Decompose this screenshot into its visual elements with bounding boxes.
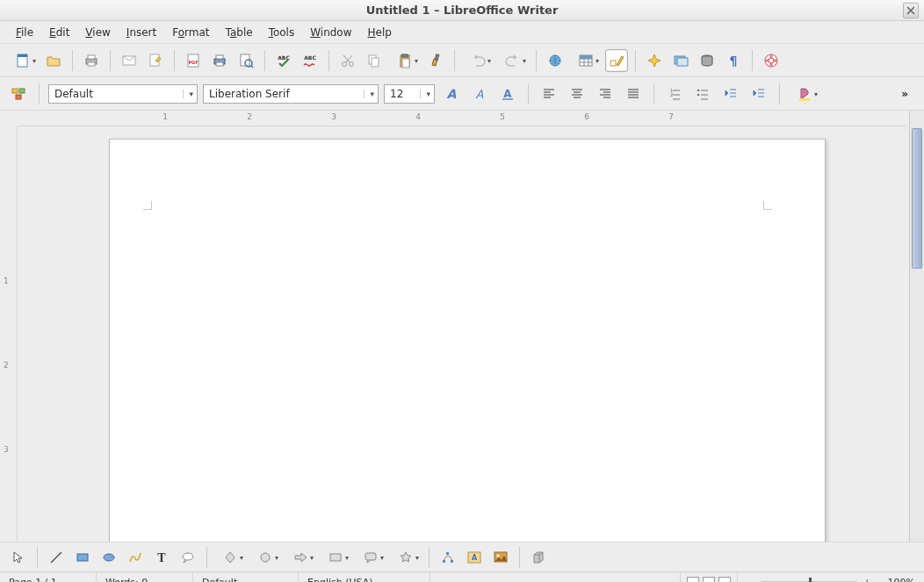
menu-edit[interactable]: Edit — [42, 23, 76, 42]
svg-text:A: A — [503, 88, 512, 100]
multi-page-view-button[interactable] — [703, 577, 715, 583]
print-button[interactable] — [80, 49, 103, 72]
status-page-style[interactable]: Default — [193, 572, 299, 582]
select-tool-button[interactable] — [7, 546, 30, 569]
extrusion-button[interactable] — [527, 546, 550, 569]
svg-rect-3 — [88, 55, 95, 59]
fontwork-button[interactable]: A — [463, 546, 486, 569]
navigator-button[interactable] — [643, 49, 666, 72]
book-view-button[interactable] — [718, 577, 731, 583]
ruler-mark: 5 — [500, 112, 505, 121]
zoom-in-button[interactable]: + — [863, 576, 872, 582]
freeform-line-button[interactable] — [124, 546, 147, 569]
block-arrows-button[interactable]: ▾ — [285, 546, 316, 569]
svg-rect-26 — [580, 55, 592, 59]
auto-spellcheck-button[interactable]: ABC — [299, 49, 321, 72]
show-draw-functions-button[interactable] — [605, 49, 628, 72]
gallery-button[interactable] — [669, 49, 692, 72]
status-language[interactable]: English (USA) — [299, 572, 430, 582]
vertical-ruler[interactable]: 1 2 3 — [0, 126, 18, 542]
vertical-scrollbar[interactable] — [909, 111, 924, 542]
paragraph-style-combo[interactable]: Default ▾ — [48, 84, 198, 104]
horizontal-ruler[interactable]: 1 2 3 4 5 6 7 — [18, 111, 906, 126]
redo-button[interactable]: ▾ — [497, 49, 529, 72]
align-left-button[interactable] — [538, 83, 560, 105]
svg-rect-29 — [677, 58, 688, 66]
symbol-shapes-button[interactable]: ▾ — [249, 546, 281, 569]
open-folder-icon — [46, 53, 61, 68]
scrollbar-thumb[interactable] — [912, 128, 922, 269]
menu-tools[interactable]: Tools — [262, 23, 302, 42]
menu-file[interactable]: File — [9, 23, 40, 42]
open-button[interactable] — [42, 49, 65, 72]
status-page[interactable]: Page 1 / 1 — [0, 572, 97, 582]
align-right-button[interactable] — [594, 83, 617, 105]
points-button[interactable] — [437, 546, 459, 569]
spellcheck-button[interactable]: ABC — [272, 49, 295, 72]
ruler-mark: 7 — [668, 112, 674, 121]
edit-points-icon — [440, 550, 456, 565]
help-button[interactable] — [760, 49, 783, 72]
nonprinting-chars-button[interactable]: ¶ — [722, 49, 745, 72]
align-justify-button[interactable] — [622, 83, 645, 105]
bold-button[interactable]: A — [440, 83, 463, 105]
paste-button[interactable]: ▾ — [389, 49, 421, 72]
rectangle-tool-button[interactable] — [71, 546, 94, 569]
window-close-button[interactable] — [903, 3, 919, 18]
toolbar-overflow-button[interactable]: » — [892, 84, 917, 104]
numbered-list-button[interactable]: 12 — [663, 83, 686, 105]
highlight-color-button[interactable]: ▾ — [789, 83, 820, 105]
print-preview-button[interactable] — [235, 49, 257, 72]
star-shapes-button[interactable]: ▾ — [390, 546, 422, 569]
document-page[interactable] — [109, 139, 826, 542]
zoom-percent[interactable]: 100% — [879, 572, 924, 582]
text-icon: T — [154, 550, 170, 565]
new-button[interactable]: ▾ — [7, 49, 39, 72]
email-button[interactable] — [118, 49, 141, 72]
insert-table-button[interactable]: ▾ — [570, 49, 602, 72]
menu-table[interactable]: Table — [219, 23, 260, 42]
menu-help[interactable]: Help — [361, 23, 399, 42]
clone-formatting-button[interactable] — [424, 49, 447, 72]
menu-format[interactable]: Format — [165, 23, 216, 42]
menu-window[interactable]: Window — [303, 23, 358, 42]
separator — [328, 50, 329, 71]
callout-button[interactable] — [177, 546, 199, 569]
document-area[interactable] — [18, 126, 909, 542]
status-words[interactable]: Words: 0 — [97, 572, 193, 582]
align-right-icon — [597, 86, 613, 102]
line-tool-button[interactable] — [45, 546, 68, 569]
bullet-list-button[interactable] — [691, 83, 714, 105]
font-name-combo[interactable]: Liberation Serif ▾ — [203, 84, 379, 104]
text-box-button[interactable]: T — [150, 546, 173, 569]
italic-button[interactable]: A — [468, 83, 491, 105]
single-page-view-button[interactable] — [687, 577, 699, 583]
from-file-button[interactable] — [489, 546, 512, 569]
svg-rect-36 — [16, 95, 21, 99]
font-name-value: Liberation Serif — [209, 88, 290, 100]
cut-button[interactable] — [336, 49, 359, 72]
hyperlink-button[interactable] — [544, 49, 567, 72]
underline-button[interactable]: A — [496, 83, 519, 105]
edit-file-button[interactable] — [144, 49, 167, 72]
increase-indent-button[interactable] — [747, 83, 770, 105]
print-direct-button[interactable] — [208, 49, 231, 72]
export-pdf-button[interactable]: PDF — [182, 49, 205, 72]
data-sources-button[interactable] — [696, 49, 718, 72]
font-size-combo[interactable]: 12 ▾ — [384, 84, 435, 104]
menu-view[interactable]: View — [78, 23, 117, 42]
ruler-mark: 4 — [415, 112, 421, 121]
align-center-button[interactable] — [566, 83, 588, 105]
toolbar-drawing: T ▾ ▾ ▾ ▾ ▾ ▾ A — [0, 542, 924, 571]
decrease-indent-button[interactable] — [719, 83, 742, 105]
basic-shapes-button[interactable]: ▾ — [214, 546, 246, 569]
copy-button[interactable] — [363, 49, 386, 72]
styles-button[interactable] — [7, 83, 30, 105]
ellipse-tool-button[interactable] — [97, 546, 120, 569]
menu-insert[interactable]: Insert — [119, 23, 163, 42]
undo-button[interactable]: ▾ — [462, 49, 494, 72]
zoom-slider-knob[interactable] — [809, 578, 812, 583]
callout-shapes-button[interactable]: ▾ — [355, 546, 386, 569]
zoom-out-button[interactable]: − — [745, 576, 755, 583]
flowchart-shapes-button[interactable]: ▾ — [320, 546, 351, 569]
